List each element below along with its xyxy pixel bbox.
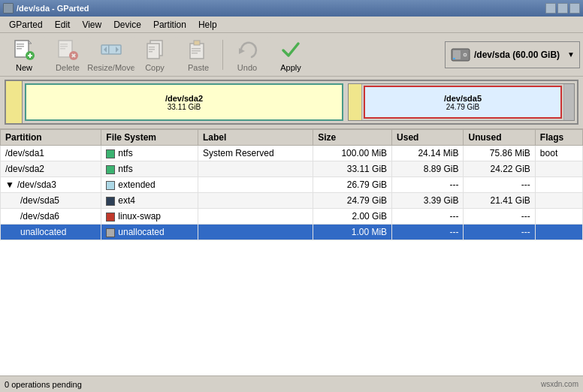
vis-unalloc[interactable]	[563, 84, 574, 120]
partition-unused: ---	[464, 209, 535, 225]
menu-partition[interactable]: Partition	[147, 18, 192, 32]
app-icon	[3, 3, 14, 14]
col-filesystem[interactable]: File System	[101, 130, 198, 146]
paste-icon	[186, 38, 210, 62]
watermark: wsxdn.com	[541, 380, 578, 388]
table-row[interactable]: /dev/sda1ntfsSystem Reserved100.00 MiB24…	[1, 146, 583, 161]
partition-size: 26.79 GiB	[313, 177, 392, 193]
svg-rect-23	[149, 51, 153, 53]
partition-label	[198, 177, 313, 193]
col-unused[interactable]: Unused	[464, 130, 535, 146]
menu-edit[interactable]: Edit	[49, 18, 77, 32]
toolbar-sep	[222, 40, 223, 70]
svg-rect-7	[29, 53, 31, 58]
svg-rect-11	[60, 48, 65, 50]
partition-flags	[535, 193, 582, 209]
partition-used: ---	[392, 209, 464, 225]
menu-device[interactable]: Device	[107, 18, 147, 32]
svg-rect-28	[192, 53, 198, 54]
toolbar: New Delete Resize/Move	[0, 33, 583, 77]
col-flags[interactable]: Flags	[535, 130, 582, 146]
partition-name: /dev/sda1	[1, 146, 101, 161]
col-label[interactable]: Label	[198, 130, 313, 146]
status-text: 0 operations pending	[5, 380, 82, 389]
partition-unused: 24.22 GiB	[464, 161, 535, 177]
partition-visual: /dev/sda2 33.11 GiB /dev/sda5 24.79 GiB	[0, 77, 583, 129]
vis-sda1[interactable]	[6, 81, 23, 123]
partition-flags: boot	[535, 146, 582, 161]
titlebar-left: /dev/sda - GParted	[3, 3, 89, 14]
partition-flags	[535, 209, 582, 225]
partition-used: 3.39 GiB	[392, 193, 464, 209]
copy-icon	[143, 38, 167, 62]
vis-sda5[interactable]: /dev/sda5 24.79 GiB	[364, 86, 562, 119]
svg-rect-3	[17, 48, 22, 50]
menu-view[interactable]: View	[76, 18, 107, 32]
disk-selector[interactable]: /dev/sda (60.00 GiB) ▼	[445, 41, 580, 68]
table-row[interactable]: /dev/sda5ext424.79 GiB3.39 GiB21.41 GiB	[1, 193, 583, 209]
partition-size: 33.11 GiB	[313, 161, 392, 177]
paste-button[interactable]: Paste	[177, 35, 219, 74]
table-row[interactable]: unallocatedunallocated1.00 MiB------	[1, 225, 583, 240]
table-row[interactable]: /dev/sda2ntfs33.11 GiB8.89 GiB24.22 GiB	[1, 161, 583, 177]
disk-dropdown-arrow: ▼	[567, 50, 575, 59]
maximize-button[interactable]	[557, 3, 568, 14]
partition-name: /dev/sda5	[1, 193, 101, 209]
minimize-button[interactable]	[545, 3, 556, 14]
undo-icon	[235, 38, 259, 62]
disk-drive-icon	[450, 44, 471, 65]
filesystem-type: ntfs	[101, 161, 198, 177]
svg-rect-18	[108, 45, 110, 54]
svg-rect-2	[17, 46, 24, 47]
svg-rect-34	[453, 58, 455, 59]
menu-help[interactable]: Help	[192, 18, 223, 32]
close-button[interactable]	[569, 3, 580, 14]
partition-used: ---	[392, 225, 464, 240]
vis-sda2[interactable]: /dev/sda2 33.11 GiB	[25, 83, 343, 121]
window-title: /dev/sda - GParted	[17, 4, 89, 13]
partition-name: ▼/dev/sda3	[1, 177, 101, 193]
partition-flags	[535, 161, 582, 177]
svg-rect-10	[60, 46, 68, 47]
titlebar-controls[interactable]	[545, 3, 580, 14]
filesystem-type: linux-swap	[101, 209, 198, 225]
delete-icon	[56, 38, 80, 62]
partition-flags	[535, 177, 582, 193]
partition-used: 8.89 GiB	[392, 161, 464, 177]
partition-table: Partition File System Label Size Used Un…	[0, 129, 583, 375]
partition-size: 1.00 MiB	[313, 225, 392, 240]
table-row[interactable]: ▼/dev/sda3extended26.79 GiB------	[1, 177, 583, 193]
vis-sda3: /dev/sda5 24.79 GiB	[348, 83, 575, 121]
disk-label: /dev/sda (60.00 GiB)	[474, 50, 560, 60]
partition-used: 24.14 MiB	[392, 146, 464, 161]
partition-name: /dev/sda2	[1, 161, 101, 177]
menu-gparted[interactable]: GParted	[3, 18, 49, 32]
svg-rect-27	[192, 50, 201, 52]
titlebar: /dev/sda - GParted	[0, 0, 583, 17]
svg-rect-21	[149, 47, 155, 48]
vis-sda2-label: /dev/sda2	[165, 94, 203, 103]
undo-button[interactable]: Undo	[226, 35, 268, 74]
apply-button[interactable]: Apply	[270, 35, 312, 74]
filesystem-type: unallocated	[101, 225, 198, 240]
delete-button[interactable]: Delete	[47, 35, 89, 74]
partition-label: System Reserved	[198, 146, 313, 161]
vis-sda5-label: /dev/sda5	[444, 94, 482, 103]
disk-selector-area: /dev/sda (60.00 GiB) ▼	[445, 41, 580, 68]
col-size[interactable]: Size	[313, 130, 392, 146]
partitions-table: Partition File System Label Size Used Un…	[0, 129, 583, 240]
resize-button[interactable]: Resize/Move	[90, 35, 132, 74]
table-row[interactable]: /dev/sda6linux-swap2.00 GiB------	[1, 209, 583, 225]
delete-label: Delete	[56, 63, 80, 72]
new-icon	[12, 38, 36, 62]
resize-icon	[99, 38, 123, 62]
col-partition[interactable]: Partition	[1, 130, 101, 146]
partition-visual-inner: /dev/sda2 33.11 GiB /dev/sda5 24.79 GiB	[5, 80, 578, 125]
vis-sda3-small[interactable]	[349, 84, 362, 120]
copy-button[interactable]: Copy	[134, 35, 176, 74]
partition-unused: ---	[464, 177, 535, 193]
partition-used: ---	[392, 177, 464, 193]
col-used[interactable]: Used	[392, 130, 464, 146]
partition-label	[198, 225, 313, 240]
new-button[interactable]: New	[3, 35, 45, 74]
